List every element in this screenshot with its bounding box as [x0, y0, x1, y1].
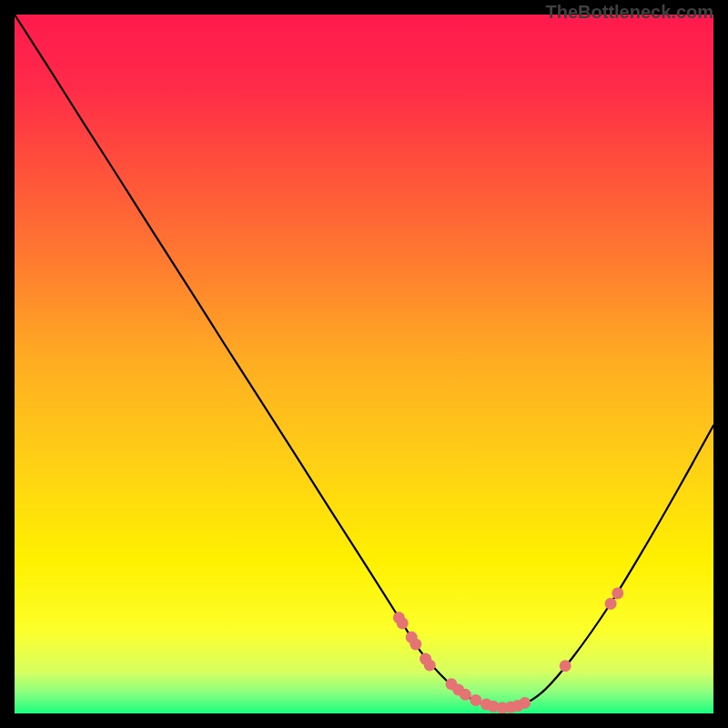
- bottleneck-chart: [15, 15, 713, 713]
- data-marker: [470, 694, 481, 706]
- data-marker: [519, 697, 531, 709]
- data-marker: [612, 587, 623, 599]
- data-marker: [424, 660, 436, 672]
- chart-frame: TheBottleneck.com: [15, 15, 713, 713]
- data-marker: [605, 598, 617, 610]
- data-marker: [460, 689, 471, 701]
- data-marker: [560, 660, 571, 672]
- data-marker: [410, 638, 421, 650]
- data-marker: [397, 617, 409, 629]
